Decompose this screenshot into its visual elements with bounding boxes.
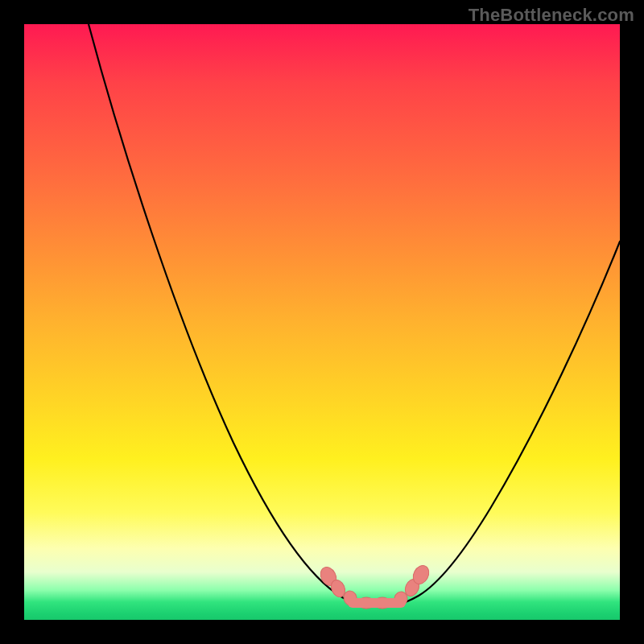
- marker-group: [317, 563, 431, 609]
- curve-layer: [24, 24, 620, 620]
- plot-area: [24, 24, 620, 620]
- watermark-text: TheBottleneck.com: [469, 5, 634, 26]
- marker-floor-bar: [348, 598, 406, 608]
- chart-frame: TheBottleneck.com: [0, 0, 644, 644]
- curve-right-branch: [402, 242, 620, 603]
- curve-left-branch: [89, 24, 357, 603]
